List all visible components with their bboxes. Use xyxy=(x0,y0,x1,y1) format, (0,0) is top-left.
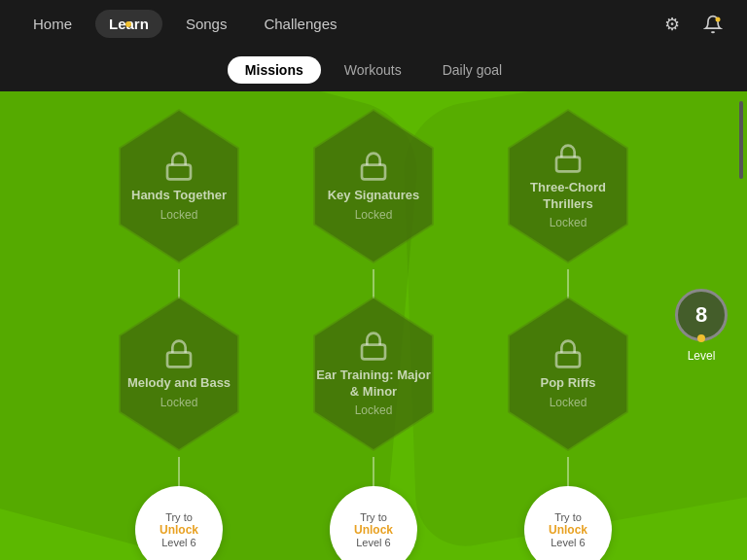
level-label: Level xyxy=(688,349,716,363)
hex-key-signatures[interactable]: Key Signatures Locked xyxy=(305,111,442,262)
mission-pop-riffs: Pop Riffs Locked xyxy=(500,298,636,449)
unlock-level-1: Level 6 xyxy=(161,537,196,548)
svg-rect-5 xyxy=(362,344,385,359)
hex-status: Locked xyxy=(355,403,393,417)
nav-icon-group: ⚙ xyxy=(658,10,728,39)
tab-daily-goal[interactable]: Daily goal xyxy=(425,56,519,84)
connector-row-2 xyxy=(39,457,708,486)
svg-rect-6 xyxy=(556,353,580,368)
svg-rect-3 xyxy=(556,157,580,171)
connector xyxy=(178,269,180,298)
tab-missions[interactable]: Missions xyxy=(228,56,321,84)
lock-icon xyxy=(163,151,195,182)
settings-icon[interactable]: ⚙ xyxy=(658,10,687,39)
tab-workouts[interactable]: Workouts xyxy=(327,56,419,84)
lock-icon xyxy=(552,338,584,369)
unlock-row: Try to Unlock Level 6 Try to Unlock Leve… xyxy=(39,486,708,560)
unlock-button-2[interactable]: Try to Unlock Level 6 xyxy=(330,486,417,560)
sub-navigation: Missions Workouts Daily goal xyxy=(0,49,747,91)
hex-three-chord[interactable]: Three-Chord Thrillers Locked xyxy=(500,111,636,262)
nav-home[interactable]: Home xyxy=(19,16,86,33)
scrollbar[interactable] xyxy=(739,91,743,560)
mission-melody-bass: Melody and Bass Locked xyxy=(111,298,247,449)
hex-status: Locked xyxy=(550,216,587,229)
connector xyxy=(178,457,180,486)
hex-status: Locked xyxy=(160,396,198,409)
unlock-1-wrapper: Try to Unlock Level 6 xyxy=(111,486,247,560)
connector xyxy=(373,269,374,298)
unlock-level-2: Level 6 xyxy=(356,537,390,548)
hex-title: Melody and Bass xyxy=(127,375,231,392)
level-circle: 8 xyxy=(675,289,728,341)
nav-challenges[interactable]: Challenges xyxy=(250,16,350,33)
mission-three-chord: Three-Chord Thrillers Locked xyxy=(500,111,636,262)
notification-icon[interactable] xyxy=(698,10,728,39)
lock-icon xyxy=(358,331,389,362)
level-number: 8 xyxy=(695,302,707,328)
unlock-main-1: Unlock xyxy=(160,523,198,537)
hex-pop-riffs[interactable]: Pop Riffs Locked xyxy=(500,298,636,449)
unlock-button-3[interactable]: Try to Unlock Level 6 xyxy=(524,486,612,560)
nav-active-dot xyxy=(125,21,131,27)
connector xyxy=(567,457,569,486)
unlock-3-wrapper: Try to Unlock Level 6 xyxy=(500,486,636,560)
mission-hands-together: Hands Together Locked xyxy=(111,111,247,262)
svg-rect-2 xyxy=(362,165,385,180)
nav-learn[interactable]: Learn xyxy=(95,16,162,33)
hex-title: Pop Riffs xyxy=(540,375,595,392)
unlock-try-3: Try to xyxy=(554,511,582,523)
mission-key-signatures: Key Signatures Locked xyxy=(305,111,442,262)
svg-rect-1 xyxy=(167,165,191,180)
hex-status: Locked xyxy=(550,396,587,409)
unlock-level-3: Level 6 xyxy=(551,537,585,548)
hex-title: Key Signatures xyxy=(328,188,420,204)
hex-title: Three-Chord Thrillers xyxy=(510,180,626,213)
unlock-try-1: Try to xyxy=(165,511,193,523)
hex-ear-training[interactable]: Ear Training: Major & Minor Locked xyxy=(305,298,442,449)
main-content: 8 Level Hands Together Locked xyxy=(0,91,747,560)
unlock-main-3: Unlock xyxy=(549,523,587,537)
hex-hands-together[interactable]: Hands Together Locked xyxy=(111,111,247,262)
lock-icon xyxy=(163,338,195,369)
hex-status: Locked xyxy=(160,208,198,222)
connector xyxy=(567,269,569,298)
mission-ear-training: Ear Training: Major & Minor Locked xyxy=(305,298,442,449)
mission-row-2: Melody and Bass Locked Ear Training: xyxy=(39,298,708,449)
connector xyxy=(373,457,374,486)
top-navigation: Home Learn Songs Challenges ⚙ xyxy=(0,0,747,49)
level-badge: 8 Level xyxy=(675,289,728,363)
scroll-thumb[interactable] xyxy=(739,101,743,179)
level-dot xyxy=(697,334,705,342)
mission-grid: Hands Together Locked Key Signatures xyxy=(0,111,747,560)
hex-melody-bass[interactable]: Melody and Bass Locked xyxy=(111,298,247,449)
unlock-try-2: Try to xyxy=(360,511,387,523)
hex-title: Ear Training: Major & Minor xyxy=(315,368,432,401)
connector-row-1 xyxy=(39,269,708,298)
nav-songs[interactable]: Songs xyxy=(172,16,241,33)
svg-point-0 xyxy=(716,18,721,22)
unlock-button-1[interactable]: Try to Unlock Level 6 xyxy=(135,486,223,560)
mission-row-1: Hands Together Locked Key Signatures xyxy=(39,111,708,262)
unlock-main-2: Unlock xyxy=(354,523,393,537)
svg-rect-4 xyxy=(167,353,191,368)
lock-icon xyxy=(358,151,389,182)
unlock-2-wrapper: Try to Unlock Level 6 xyxy=(305,486,442,560)
hex-title: Hands Together xyxy=(131,188,227,204)
hex-status: Locked xyxy=(355,208,393,222)
lock-icon xyxy=(552,143,584,174)
